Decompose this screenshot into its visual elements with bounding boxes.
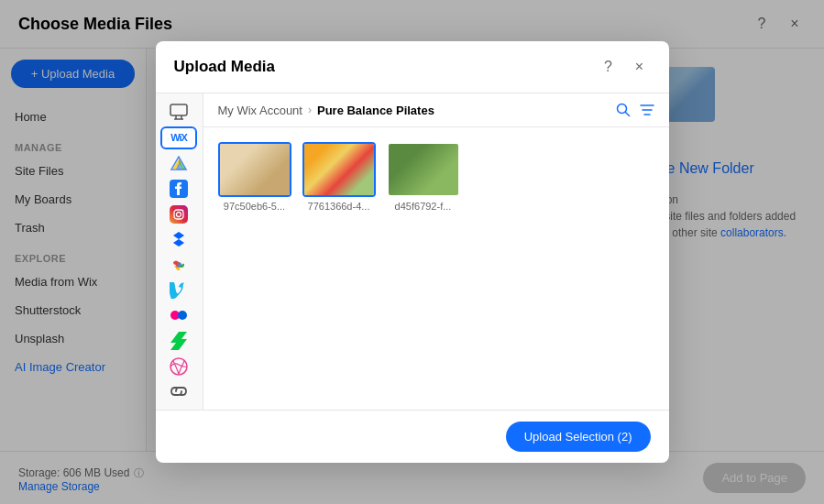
file-area: My Wix Account › Pure Balance Pilates [203, 93, 669, 410]
link-icon [169, 385, 189, 398]
source-item-dropbox[interactable] [160, 229, 197, 251]
breadcrumb-root[interactable]: My Wix Account [218, 104, 302, 117]
file-name-2: 7761366d-4... [308, 201, 370, 212]
file-item-3[interactable]: d45f6792-f... [387, 142, 460, 212]
google-photos-icon [170, 256, 188, 274]
search-button[interactable] [616, 103, 631, 117]
file-thumb-inner-3 [389, 144, 458, 195]
dribble-icon [170, 357, 188, 376]
modal-title: Upload Media [174, 58, 276, 76]
source-item-vimeo[interactable] [160, 279, 197, 301]
file-name-1: 97c50eb6-5... [224, 201, 285, 212]
instagram-icon [170, 205, 188, 224]
upload-selection-button[interactable]: Upload Selection (2) [506, 422, 651, 452]
source-sidebar: WiX [156, 93, 203, 410]
search-icon [616, 103, 631, 117]
file-grid: 97c50eb6-5... 7761366d-4... d45f6792-f..… [203, 127, 669, 410]
flickr-icon [169, 309, 189, 322]
svg-line-22 [625, 113, 629, 116]
monitor-icon [170, 104, 188, 120]
file-thumb-inner-1 [220, 144, 290, 195]
file-thumb-inner-2 [304, 144, 374, 195]
filter-button[interactable] [640, 104, 654, 116]
modal-close-button[interactable]: × [629, 56, 651, 78]
source-item-wix[interactable]: WiX [160, 126, 197, 149]
file-item-2[interactable]: 7761366d-4... [302, 142, 376, 212]
breadcrumb-path: My Wix Account › Pure Balance Pilates [218, 104, 434, 117]
svg-point-12 [182, 210, 183, 211]
facebook-icon [170, 180, 188, 198]
upload-media-modal: Upload Media ? × WiX [156, 41, 669, 463]
file-thumb-2 [302, 142, 376, 197]
google-drive-icon [170, 156, 188, 172]
modal-help-button[interactable]: ? [598, 56, 620, 78]
svg-rect-9 [170, 205, 188, 224]
breadcrumb-actions [616, 103, 654, 117]
source-item-flickr[interactable] [160, 305, 197, 327]
source-item-google-photos[interactable] [160, 254, 197, 276]
source-item-monitor[interactable] [160, 101, 197, 123]
filter-icon [640, 104, 654, 116]
svg-marker-19 [170, 332, 187, 350]
breadcrumb-bar: My Wix Account › Pure Balance Pilates [203, 93, 669, 127]
wix-label: WiX [170, 132, 187, 143]
file-name-3: d45f6792-f... [395, 201, 452, 212]
source-item-google-drive[interactable] [160, 153, 197, 175]
dropbox-icon [169, 230, 189, 248]
modal-header: Upload Media ? × [156, 41, 669, 93]
modal-body: WiX [156, 93, 669, 410]
source-item-instagram[interactable] [160, 203, 197, 225]
svg-marker-14 [173, 232, 184, 239]
modal-header-icons: ? × [598, 56, 651, 78]
file-thumb-1 [218, 142, 291, 197]
svg-marker-15 [173, 239, 184, 247]
source-item-deviantart[interactable] [160, 330, 197, 352]
svg-rect-0 [170, 104, 187, 115]
breadcrumb-separator: › [308, 104, 312, 116]
file-thumb-3 [387, 142, 460, 197]
deviantart-icon [170, 332, 187, 350]
svg-point-18 [178, 311, 187, 320]
modal-footer: Upload Selection (2) [156, 410, 669, 463]
breadcrumb-current: Pure Balance Pilates [317, 104, 434, 117]
source-item-dribble[interactable] [160, 356, 197, 378]
source-item-facebook[interactable] [160, 178, 197, 200]
file-item-1[interactable]: 97c50eb6-5... [218, 142, 291, 212]
source-item-link[interactable] [160, 380, 197, 402]
vimeo-icon [170, 282, 188, 299]
